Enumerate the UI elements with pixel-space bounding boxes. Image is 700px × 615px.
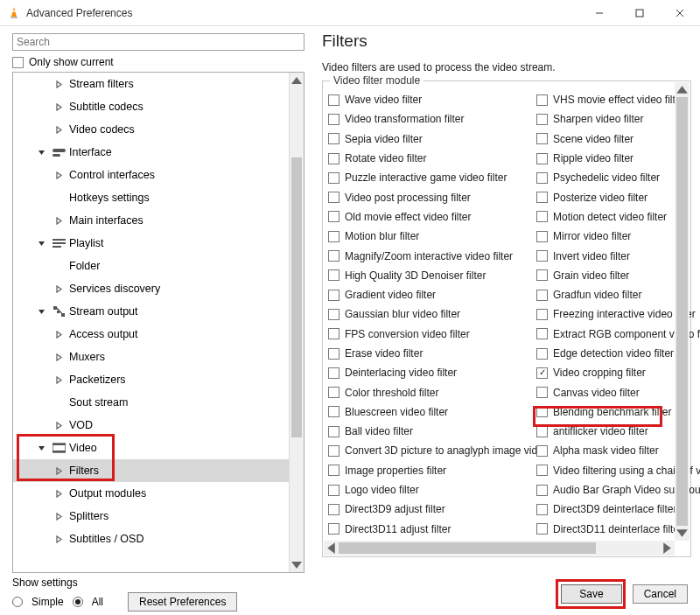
tree-item[interactable]: Packetizers bbox=[13, 368, 304, 391]
filter-checkbox[interactable] bbox=[536, 153, 548, 164]
filter-row[interactable]: Deinterlacing video filter bbox=[328, 363, 536, 382]
tree-item[interactable]: Subtitles / OSD bbox=[13, 528, 304, 550]
filter-checkbox[interactable] bbox=[536, 269, 548, 281]
filter-checkbox[interactable] bbox=[328, 290, 340, 301]
tree-item[interactable]: Video codecs bbox=[13, 118, 304, 141]
filter-checkbox[interactable] bbox=[536, 192, 548, 203]
filter-row[interactable]: Color threshold filter bbox=[328, 382, 536, 402]
filter-checkbox[interactable] bbox=[536, 309, 548, 320]
filter-checkbox[interactable] bbox=[536, 250, 548, 262]
filter-checkbox[interactable] bbox=[328, 231, 340, 242]
scrollbar-thumb[interactable] bbox=[291, 157, 302, 437]
tree-item[interactable]: Filters bbox=[13, 459, 304, 482]
filter-checkbox[interactable] bbox=[536, 133, 548, 144]
filter-row[interactable]: Motion blur filter bbox=[328, 227, 536, 246]
filter-checkbox[interactable] bbox=[536, 367, 548, 379]
filter-checkbox[interactable] bbox=[536, 172, 548, 184]
scrollbar-thumb[interactable] bbox=[676, 97, 688, 526]
filter-row[interactable]: Wave video filter bbox=[328, 90, 536, 109]
filters-scrollbar-vertical[interactable] bbox=[675, 82, 690, 541]
filter-checkbox[interactable] bbox=[536, 231, 548, 242]
filter-checkbox[interactable] bbox=[328, 250, 340, 262]
filter-checkbox[interactable] bbox=[536, 445, 548, 457]
filter-row[interactable]: Old movie effect video filter bbox=[328, 207, 536, 227]
filter-row[interactable]: Puzzle interactive game video filter bbox=[328, 168, 536, 187]
filter-checkbox[interactable] bbox=[328, 485, 340, 496]
scroll-up-icon[interactable] bbox=[290, 73, 304, 87]
scroll-right-icon[interactable] bbox=[660, 541, 675, 556]
minimize-button[interactable] bbox=[579, 0, 620, 25]
tree-item[interactable]: Playlist bbox=[13, 232, 304, 255]
filter-checkbox[interactable] bbox=[328, 504, 340, 515]
tree-item[interactable]: Control interfaces bbox=[13, 164, 304, 186]
reset-preferences-button[interactable]: Reset Preferences bbox=[128, 592, 237, 612]
tree-item[interactable]: Access output bbox=[13, 323, 304, 346]
filter-row[interactable]: Direct3D9 adjust filter bbox=[328, 500, 536, 519]
filter-row[interactable]: Bluescreen video filter bbox=[328, 402, 536, 422]
filter-checkbox[interactable] bbox=[328, 445, 340, 457]
filter-row[interactable]: Gaussian blur video filter bbox=[328, 304, 536, 324]
tree-item[interactable]: Stream filters bbox=[13, 73, 304, 95]
maximize-button[interactable] bbox=[620, 0, 660, 25]
filter-checkbox[interactable] bbox=[536, 348, 548, 360]
filter-checkbox[interactable] bbox=[536, 328, 548, 339]
filter-checkbox[interactable] bbox=[328, 465, 340, 476]
save-button[interactable]: Save bbox=[561, 584, 621, 604]
filter-row[interactable]: High Quality 3D Denoiser filter bbox=[328, 266, 536, 285]
tree-item[interactable]: Hotkeys settings bbox=[13, 186, 304, 209]
scroll-left-icon[interactable] bbox=[324, 541, 339, 556]
filter-checkbox[interactable] bbox=[328, 387, 340, 398]
tree-item[interactable]: Subtitle codecs bbox=[13, 95, 304, 118]
scroll-down-icon[interactable] bbox=[675, 526, 690, 541]
filters-scrollbar-horizontal[interactable] bbox=[324, 541, 675, 556]
scroll-down-icon[interactable] bbox=[290, 557, 304, 572]
filter-checkbox[interactable] bbox=[328, 348, 340, 360]
filter-checkbox[interactable] bbox=[328, 192, 340, 203]
filter-row[interactable]: Ball video filter bbox=[328, 422, 536, 441]
tree-scrollbar-vertical[interactable] bbox=[289, 73, 304, 572]
filter-checkbox[interactable] bbox=[536, 94, 548, 106]
filter-checkbox[interactable] bbox=[328, 523, 340, 535]
filter-checkbox[interactable] bbox=[536, 465, 548, 476]
search-input[interactable] bbox=[12, 33, 304, 51]
filter-row[interactable]: FPS conversion video filter bbox=[328, 325, 536, 344]
radio-all[interactable] bbox=[73, 597, 83, 607]
filter-checkbox[interactable] bbox=[536, 426, 548, 437]
filter-row[interactable]: Rotate video filter bbox=[328, 149, 536, 168]
filter-checkbox[interactable] bbox=[536, 211, 548, 222]
tree-item[interactable]: Splitters bbox=[13, 505, 304, 528]
tree-item[interactable]: Stream output bbox=[13, 300, 304, 323]
filter-checkbox[interactable] bbox=[536, 504, 548, 515]
tree-item[interactable]: Folder bbox=[13, 255, 304, 277]
only-show-current-checkbox[interactable] bbox=[12, 57, 24, 68]
filter-checkbox[interactable] bbox=[328, 426, 340, 437]
filter-checkbox[interactable] bbox=[536, 387, 548, 398]
filter-checkbox[interactable] bbox=[328, 211, 340, 222]
radio-simple[interactable] bbox=[12, 597, 23, 607]
filter-checkbox[interactable] bbox=[328, 94, 340, 106]
filter-checkbox[interactable] bbox=[536, 523, 548, 535]
scrollbar-thumb[interactable] bbox=[339, 542, 596, 554]
filter-checkbox[interactable] bbox=[328, 367, 340, 379]
tree-item[interactable]: Interface bbox=[13, 141, 304, 164]
filter-checkbox[interactable] bbox=[536, 485, 548, 496]
tree-item[interactable]: Video bbox=[13, 437, 304, 459]
cancel-button[interactable]: Cancel bbox=[633, 584, 688, 604]
tree-item[interactable]: Main interfaces bbox=[13, 209, 304, 232]
tree-item[interactable]: Services discovery bbox=[13, 277, 304, 300]
filter-row[interactable]: Video post processing filter bbox=[328, 187, 536, 206]
filter-checkbox[interactable] bbox=[328, 114, 340, 125]
tree-item[interactable]: VOD bbox=[13, 414, 304, 437]
filter-row[interactable]: Logo video filter bbox=[328, 480, 536, 500]
tree-item[interactable]: Sout stream bbox=[13, 391, 304, 414]
filter-checkbox[interactable] bbox=[328, 153, 340, 164]
filter-row[interactable]: Magnify/Zoom interactive video filter bbox=[328, 246, 536, 265]
tree-item[interactable]: Muxers bbox=[13, 346, 304, 368]
filter-row[interactable]: Video transformation filter bbox=[328, 109, 536, 129]
filter-checkbox[interactable] bbox=[328, 406, 340, 417]
filter-row[interactable]: Erase video filter bbox=[328, 344, 536, 363]
scroll-up-icon[interactable] bbox=[675, 82, 690, 97]
filter-checkbox[interactable] bbox=[328, 269, 340, 281]
filter-row[interactable]: Convert 3D picture to anaglyph image vid… bbox=[328, 441, 536, 460]
filter-checkbox[interactable] bbox=[536, 114, 548, 125]
